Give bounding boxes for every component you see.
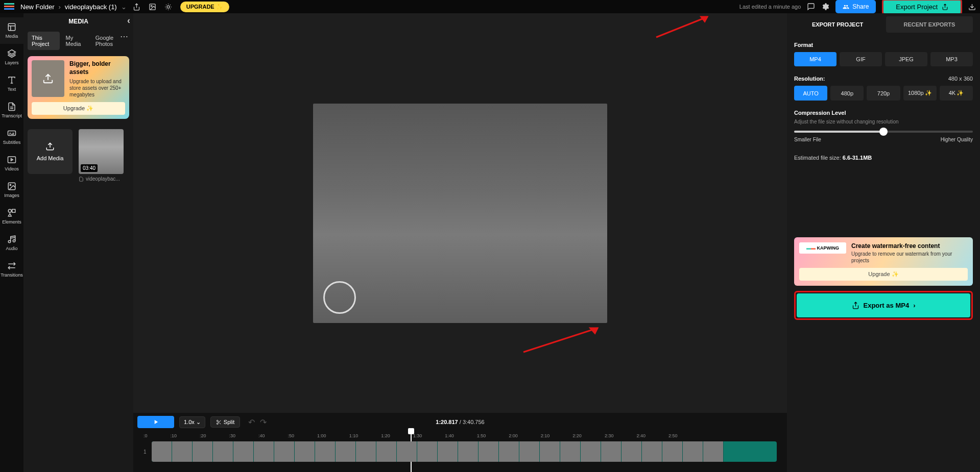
video-preview[interactable] [313, 104, 607, 323]
panel-title: MEDIA [68, 18, 88, 25]
timeline: 1.0x ⌄ Split ↶ ↷ 1:20.817 / 3:40.756 :0 … [133, 413, 787, 472]
slider-thumb[interactable] [879, 128, 888, 136]
svg-line-14 [656, 17, 707, 37]
compression-slider[interactable]: Smaller File Higher Quality [794, 131, 973, 142]
rail-media-label: Media [6, 34, 18, 39]
svg-marker-15 [701, 17, 707, 21]
watermark-upgrade-button[interactable]: Upgrade ✨ [799, 268, 968, 281]
rail-transitions-label: Transitions [1, 272, 23, 278]
rail-audio-label: Audio [6, 246, 17, 251]
breadcrumb: New Folder › videoplayback (1) ⌄ [20, 3, 127, 11]
res-4k[interactable]: 4K✨ [940, 86, 973, 101]
rail-images[interactable]: Images [0, 177, 23, 203]
chevron-right-icon: › [913, 302, 915, 309]
share-icon[interactable] [133, 3, 140, 11]
format-gif[interactable]: GIF [840, 52, 882, 66]
timeline-time: 1:20.817 / 3:40.756 [436, 419, 484, 425]
tab-my-media[interactable]: My Media [62, 32, 89, 50]
svg-point-10 [8, 240, 11, 243]
watermark-sub: Upgrade to remove our watermark from you… [851, 251, 968, 264]
watermark-card: ▬▬ KAPWING Create watermark-free content… [794, 237, 973, 286]
brand-kit-icon[interactable] [149, 3, 156, 11]
slider-right-label: Higher Quality [941, 137, 973, 142]
rail-media[interactable]: Media [0, 17, 23, 44]
tab-export-project[interactable]: EXPORT PROJECT [794, 16, 881, 33]
res-720p[interactable]: 720p [867, 86, 900, 101]
app-logo[interactable] [4, 3, 14, 10]
watermark-title: Create watermark-free content [851, 242, 968, 250]
download-icon[interactable] [968, 3, 976, 11]
export-panel: EXPORT PROJECT RECENT EXPORTS Format MP4… [787, 13, 980, 472]
format-mp3[interactable]: MP3 [930, 52, 973, 66]
rail-elements[interactable]: Elements [0, 203, 23, 230]
timeline-ruler[interactable]: :0 :10 :20 :30 :40 :50 1:00 1:10 1:20 1:… [133, 431, 787, 439]
media-thumbnail[interactable]: 03:40 [79, 129, 124, 174]
rail-text-label: Text [8, 87, 16, 92]
rail-videos[interactable]: Videos [0, 150, 23, 177]
svg-point-12 [217, 420, 218, 421]
estimated-size: Estimated file size: 6.6-31.1MB [794, 155, 973, 161]
svg-point-8 [8, 209, 11, 212]
undo-icon[interactable]: ↶ [248, 417, 255, 427]
settings-icon[interactable] [821, 3, 829, 11]
format-mp4[interactable]: MP4 [794, 52, 836, 66]
add-media-button[interactable]: Add Media [28, 129, 73, 174]
scissors-icon [216, 419, 222, 425]
format-jpeg[interactable]: JPEG [885, 52, 927, 66]
res-auto[interactable]: AUTO [794, 86, 827, 101]
breadcrumb-project[interactable]: videoplayback (1) [65, 3, 117, 11]
res-1080p[interactable]: 1080p✨ [903, 86, 937, 101]
promo-upgrade-button[interactable]: Upgrade ✨ [32, 102, 125, 115]
export-icon [852, 302, 859, 309]
chevron-down-icon[interactable]: ⌄ [121, 3, 127, 11]
collapse-panel-icon[interactable]: ‹ [127, 15, 130, 26]
res-480p[interactable]: 480p [830, 86, 864, 101]
speed-select[interactable]: 1.0x ⌄ [179, 416, 205, 428]
comment-icon[interactable] [807, 3, 815, 11]
share-label: Share [852, 3, 869, 10]
rail-transcript[interactable]: Transcript [0, 97, 23, 123]
rail-text[interactable]: Text [0, 70, 23, 97]
timeline-clip[interactable] [152, 441, 777, 462]
tab-this-project[interactable]: This Project [28, 32, 60, 50]
rail-subtitles-label: Subtitles [3, 140, 21, 145]
svg-point-2 [167, 6, 170, 8]
split-button[interactable]: Split [210, 416, 240, 428]
svg-rect-5 [8, 157, 16, 163]
tab-recent-exports[interactable]: RECENT EXPORTS [886, 16, 973, 33]
export-as-mp4-button[interactable]: Export as MP4 › [797, 293, 970, 317]
svg-rect-9 [12, 209, 15, 212]
export-as-highlight: Export as MP4 › [794, 291, 973, 320]
resolution-value: 480 x 360 [948, 76, 973, 82]
export-project-button[interactable]: Export Project [882, 0, 962, 15]
svg-line-16 [523, 328, 597, 352]
rail-layers[interactable]: Layers [0, 44, 23, 70]
canvas[interactable] [133, 13, 787, 413]
rail-audio[interactable]: Audio [0, 230, 23, 256]
svg-point-11 [13, 240, 15, 242]
share-button[interactable]: Share [835, 0, 876, 13]
annotation-arrow [521, 324, 603, 355]
rail-subtitles[interactable]: Subtitles [0, 123, 23, 150]
compression-label: Compression Level [794, 110, 973, 116]
breadcrumb-folder[interactable]: New Folder [20, 3, 54, 11]
sparkle-icon[interactable] [164, 3, 172, 11]
upgrade-button[interactable]: UPGRADE ✨ [180, 2, 229, 12]
redo-icon[interactable]: ↷ [260, 417, 267, 427]
file-icon [79, 177, 84, 182]
svg-rect-3 [8, 23, 15, 31]
track-number: 1 [144, 449, 149, 455]
media-item[interactable]: 03:40 videoplaybac... [79, 129, 124, 182]
media-duration: 03:40 [81, 164, 98, 172]
promo-title: Bigger, bolder assets [69, 60, 125, 76]
rail-transcript-label: Transcript [2, 113, 22, 118]
last-edited-label: Last edited a minute ago [739, 4, 801, 10]
promo-card: Bigger, bolder assets Upgrade to upload … [28, 56, 129, 119]
compression-sub: Adjust the file size without changing re… [794, 119, 973, 125]
upload-icon [42, 73, 54, 84]
more-icon[interactable]: ⋯ [120, 32, 128, 41]
rail-transitions[interactable]: Transitions [0, 256, 23, 283]
slider-left-label: Smaller File [794, 137, 821, 142]
upload-icon [45, 142, 55, 151]
play-button[interactable] [137, 416, 174, 428]
